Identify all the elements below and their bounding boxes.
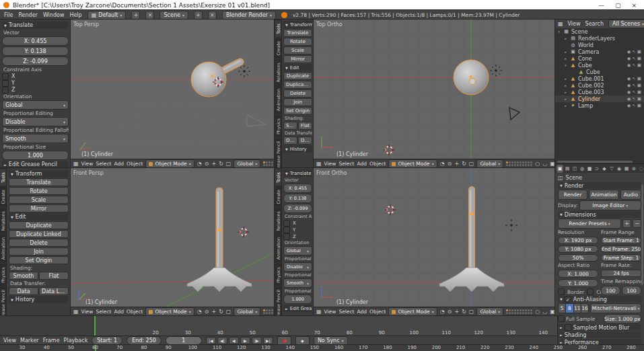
manipulator-scale-icon[interactable]: ▢ bbox=[226, 309, 231, 315]
viewport-canvas-front-ortho[interactable] bbox=[314, 168, 555, 307]
outliner-item-label[interactable]: Cube bbox=[578, 63, 625, 69]
viewport-shading-icon[interactable]: ◔ bbox=[197, 309, 202, 315]
outliner-scope-dropdown[interactable]: All Scenes▾ bbox=[608, 20, 644, 28]
editor-type-icon[interactable]: ▦ bbox=[316, 161, 322, 167]
visibility-select-render-icons[interactable]: ◉↖▣ bbox=[627, 63, 644, 68]
visibility-select-render-icons[interactable]: ◉↖▣ bbox=[627, 83, 644, 88]
editor-type-icon[interactable]: ▦ bbox=[558, 21, 563, 27]
duplicate-linked-button[interactable]: Duplicate Linked bbox=[9, 230, 69, 238]
outliner-item-label[interactable]: Cube.003 bbox=[578, 89, 625, 95]
outliner-row[interactable]: ▸ ▤ RenderLayers bbox=[555, 35, 644, 42]
playback-button[interactable]: |◀ bbox=[206, 337, 216, 344]
proportional-editing-dropdown[interactable]: Disable▾ bbox=[2, 117, 69, 126]
expand-arrow-icon[interactable]: ▸ bbox=[563, 83, 568, 87]
start-frame-field[interactable]: Start: 1 bbox=[92, 336, 122, 345]
viewport-shading-icon[interactable]: ◔ bbox=[440, 161, 445, 167]
outliner-item-label[interactable]: Cylinder bbox=[578, 96, 625, 102]
render-presets-dropdown[interactable]: Render Presets▾ bbox=[558, 219, 621, 229]
keying-set-button[interactable]: ◆ bbox=[295, 336, 310, 345]
expand-arrow-icon[interactable]: ▸ bbox=[563, 77, 568, 81]
manipulator-rotate-icon[interactable]: ↻ bbox=[219, 309, 223, 315]
constraint-z-checkbox[interactable] bbox=[283, 233, 290, 240]
auto-keyframe-record-button[interactable]: ● bbox=[277, 336, 291, 345]
tool-shelf-tab[interactable]: Grease Pencil bbox=[0, 287, 7, 316]
add-menu[interactable]: Add bbox=[357, 161, 367, 167]
view-menu[interactable]: View bbox=[324, 309, 336, 315]
add-menu[interactable]: Add bbox=[114, 161, 124, 167]
outliner-item-label[interactable]: Cube bbox=[586, 69, 641, 75]
layers-widget[interactable] bbox=[263, 309, 275, 314]
select-menu[interactable]: Select bbox=[338, 161, 354, 167]
start-frame-field[interactable]: Start Frame: 1 bbox=[601, 237, 641, 244]
tool-shelf-tab[interactable]: Animation bbox=[0, 235, 7, 262]
properties-tab[interactable]: ⊃ bbox=[594, 165, 600, 173]
outliner-item-label[interactable]: Camera bbox=[578, 49, 625, 55]
tool-shelf-tab[interactable]: Create bbox=[275, 38, 282, 58]
antialiasing-panel-header[interactable]: ▼ ✓ Anti-Aliasing bbox=[558, 296, 641, 303]
editor-type-icon[interactable]: ▦ bbox=[73, 161, 79, 167]
end-frame-field[interactable]: End: 250 bbox=[127, 336, 162, 345]
pivot-center-icon[interactable]: ⊙ bbox=[205, 161, 209, 167]
viewport-top-ortho[interactable]: Top Ortho (1) Cylinder bbox=[314, 20, 555, 159]
outliner-view-menu[interactable]: View bbox=[568, 21, 581, 27]
outliner-item-label[interactable]: Scene bbox=[571, 29, 641, 35]
resolution-percent-field[interactable]: 50% bbox=[558, 254, 598, 262]
editor-type-icon[interactable]: ▦ bbox=[316, 309, 322, 315]
delete-layout-button[interactable]: × bbox=[145, 11, 154, 20]
mode-dropdown[interactable]: Object Mode▾ bbox=[388, 159, 437, 168]
properties-tab[interactable]: ▤ bbox=[564, 165, 571, 173]
properties-panel-header[interactable]: ► Sampled Motion Blur bbox=[558, 324, 641, 331]
snap-target-icon[interactable]: ▣ bbox=[550, 309, 555, 315]
translate-z-field[interactable]: Z: -0.099 bbox=[283, 204, 312, 213]
transform-panel-header[interactable]: ▼Transform bbox=[9, 170, 69, 178]
mirror-button[interactable]: Mirror bbox=[283, 55, 312, 63]
data-button[interactable]: Data bbox=[9, 287, 38, 295]
tool-shelf-tab[interactable]: Physics bbox=[275, 264, 282, 286]
duplicate-button[interactable]: Duplicate bbox=[283, 72, 312, 80]
animation-button[interactable]: Animation bbox=[589, 190, 618, 200]
orientation-dropdown[interactable]: Global▾ bbox=[283, 246, 312, 256]
expand-arrow-icon[interactable]: ▸ bbox=[563, 36, 568, 40]
render-button[interactable]: Render bbox=[558, 190, 587, 200]
playback-button[interactable]: ◀ bbox=[229, 337, 239, 344]
dimensions-panel-header[interactable]: ▼Dimensions bbox=[558, 211, 641, 218]
scene-dropdown[interactable]: Scene▾ bbox=[159, 11, 188, 20]
viewport-canvas-top-ortho[interactable] bbox=[314, 20, 555, 159]
view-menu[interactable]: View bbox=[81, 161, 94, 167]
properties-tab[interactable]: ◍ bbox=[579, 165, 585, 173]
viewport-shading-icon[interactable]: ◔ bbox=[197, 161, 202, 167]
tool-shelf-tab[interactable]: Create bbox=[275, 187, 282, 207]
display-dropdown[interactable]: Image Editor▾ bbox=[579, 200, 641, 210]
screen-layout-dropdown[interactable]: ▦Default▾ bbox=[87, 11, 127, 20]
snap-target-icon[interactable]: ▣ bbox=[550, 161, 555, 167]
properties-tab[interactable]: ⊛ bbox=[631, 165, 637, 173]
properties-tab[interactable]: ■ bbox=[586, 165, 593, 173]
visibility-select-render-icons[interactable]: ◉↖▣ bbox=[627, 56, 644, 61]
object-menu[interactable]: Object bbox=[127, 161, 143, 167]
properties-tab[interactable]: ◌ bbox=[638, 165, 644, 173]
layers-widget[interactable] bbox=[506, 161, 532, 166]
timeline-playback-menu[interactable]: Playback bbox=[64, 338, 88, 344]
falloff-dropdown[interactable]: Smooth▾ bbox=[2, 134, 69, 143]
properties-tab[interactable]: ▣ bbox=[557, 165, 563, 173]
tool-shelf-tab[interactable]: Tools bbox=[275, 169, 282, 186]
file-menu[interactable]: File bbox=[4, 12, 13, 18]
tool-shelf-tab[interactable]: Relations bbox=[275, 60, 282, 85]
history-panel-header[interactable]: ▼History bbox=[283, 145, 312, 153]
add-menu[interactable]: Add bbox=[114, 309, 124, 315]
window-menu[interactable]: Window bbox=[43, 12, 65, 18]
rotate-button[interactable]: Rotate bbox=[9, 187, 69, 195]
viewport-canvas-front-persp[interactable] bbox=[71, 168, 275, 307]
edit-panel-header[interactable]: ▼Edit bbox=[9, 213, 69, 221]
manipulator-rotate-icon[interactable]: ↻ bbox=[462, 161, 466, 167]
expand-arrow-icon[interactable]: ▸ bbox=[563, 104, 568, 108]
add-layout-button[interactable]: + bbox=[131, 11, 140, 20]
properties-panel-header[interactable]: ► Performance bbox=[558, 339, 641, 345]
select-menu[interactable]: Select bbox=[96, 309, 111, 315]
lock-icon[interactable]: ○ bbox=[535, 309, 540, 315]
sync-dropdown[interactable]: No Sync▾ bbox=[314, 336, 348, 345]
aspect-x-field[interactable]: X: 1.000 bbox=[558, 270, 598, 278]
aa-filter-dropdown[interactable]: Mitchell-Netravali▾ bbox=[590, 303, 641, 313]
outliner-row[interactable]: ▸ ▲ Cone ◉↖▣ bbox=[555, 55, 644, 62]
tool-shelf-tab[interactable]: Physics bbox=[275, 116, 282, 137]
